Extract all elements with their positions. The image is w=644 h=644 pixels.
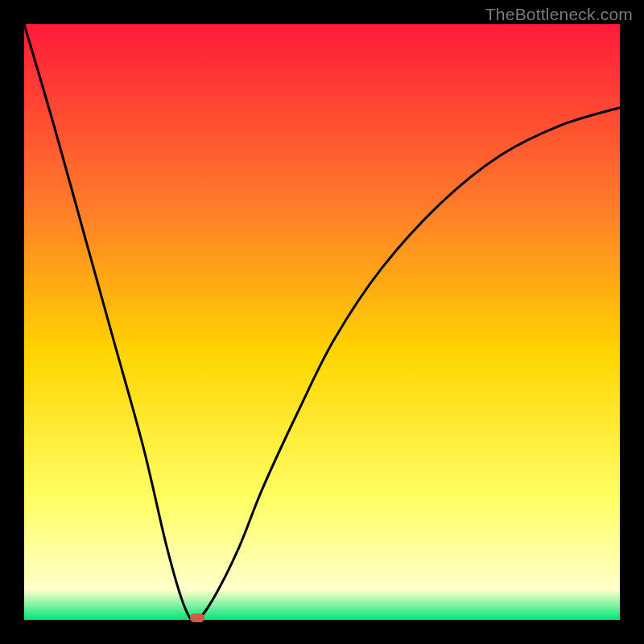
source-credit: TheBottleneck.com — [485, 5, 633, 24]
gradient-background — [24, 24, 620, 620]
chart-frame — [24, 24, 620, 620]
optimal-marker — [190, 613, 204, 622]
bottleneck-plot — [24, 24, 620, 620]
